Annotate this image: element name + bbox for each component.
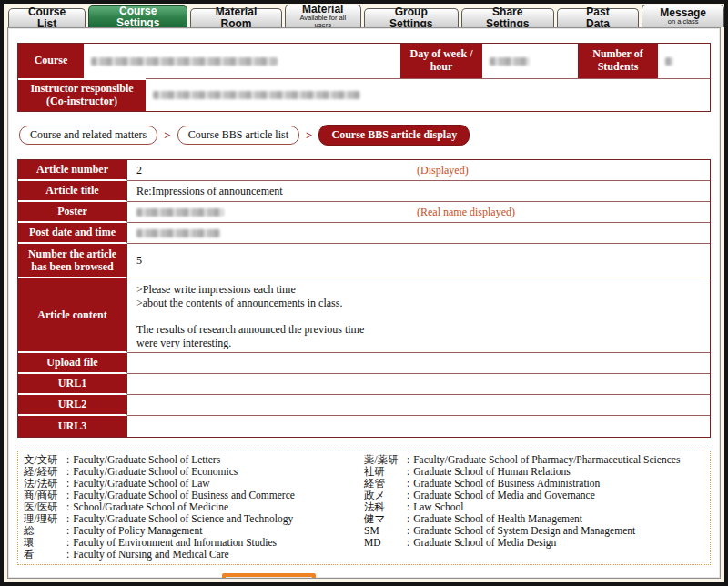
legend-colon: : xyxy=(407,478,410,490)
tab-sublabel: on a class xyxy=(668,18,699,25)
legend-right-column: 薬/薬研:Faculty/Graduate School of Pharmacy… xyxy=(364,454,704,561)
legend-item: 総:Faculty of Policy Management xyxy=(24,525,364,537)
upload-file-row: Upload file xyxy=(18,353,710,374)
legend-name: Faculty/Graduate School of Law xyxy=(73,478,209,490)
legend-item: 理/理研:Faculty/Graduate School of Science … xyxy=(24,513,364,525)
legend-name: Faculty of Environment and Information S… xyxy=(73,537,277,549)
legend-name: Graduate School of System Design and Man… xyxy=(413,525,635,537)
legend-item: 法/法研:Faculty/Graduate School of Law xyxy=(24,478,364,490)
post-date-row: Post date and time xyxy=(18,223,710,244)
legend-name: Faculty of Policy Management xyxy=(73,525,202,537)
legend-colon: : xyxy=(66,513,69,525)
breadcrumb-bbs-article-list[interactable]: Course BBS article list xyxy=(177,126,299,145)
breadcrumb-bbs-article-display: Course BBS article display xyxy=(318,125,470,146)
tab-label: Material Room xyxy=(201,6,271,29)
post-date-value xyxy=(127,223,710,244)
legend-name: Graduate School of Human Relations xyxy=(413,466,570,478)
legend-abbr: 理/理研 xyxy=(24,513,66,525)
legend-colon: : xyxy=(407,501,410,513)
url1-row: URL1 xyxy=(18,374,710,395)
legend-colon: : xyxy=(407,513,410,525)
article-title-row: Article title Re:Impressions of announce… xyxy=(18,181,710,202)
legend-name: Graduate School of Media Design xyxy=(413,537,556,549)
poster-label: Poster xyxy=(18,202,127,223)
article-content-label: Article content xyxy=(18,278,127,353)
post-date-label: Post date and time xyxy=(18,223,127,244)
unav-memo-highlight-box: ►Unav Memo xyxy=(222,573,315,579)
tab-label: Course List xyxy=(19,6,75,29)
instructor-value-cell xyxy=(146,78,710,111)
url2-row: URL2 xyxy=(18,395,710,416)
course-value-cell xyxy=(84,44,400,78)
legend-colon: : xyxy=(66,454,69,466)
legend-item: 政メ:Graduate School of Media and Governan… xyxy=(364,490,704,501)
legend-abbr: SM xyxy=(364,525,407,537)
poster-value: (Real name displayed) xyxy=(127,202,710,223)
browsed-count-label: Number the article has been browsed xyxy=(18,244,127,278)
breadcrumb-course-related-matters[interactable]: Course and related matters xyxy=(19,126,157,145)
legend-name: Faculty/Graduate School of Pharmacy/Phar… xyxy=(413,454,680,466)
legend-colon: : xyxy=(407,537,410,549)
legend-item: 看:Faculty of Nursing and Medical Care xyxy=(24,549,364,561)
day-of-week-value-cell xyxy=(482,44,578,78)
tab-course-settings[interactable]: Course Settings xyxy=(88,5,187,27)
tab-material-all-users[interactable]: Material Available for all users xyxy=(285,5,361,27)
legend-abbr: 環 xyxy=(24,537,66,549)
url3-value xyxy=(127,416,710,437)
day-of-week-label: Day of week / hour xyxy=(400,44,482,78)
url1-label: URL1 xyxy=(18,374,127,395)
upload-file-label: Upload file xyxy=(18,353,127,374)
legend-colon: : xyxy=(66,525,69,537)
tab-label: Share Settings xyxy=(472,6,543,29)
upload-file-value xyxy=(127,353,710,374)
legend-colon: : xyxy=(66,501,69,513)
instructor-label: Instructor responsible (Co-instructor) xyxy=(18,78,146,111)
legend-abbr: 看 xyxy=(24,549,66,561)
article-number-label: Article number xyxy=(18,160,127,181)
breadcrumb: Course and related matters > Course BBS … xyxy=(19,125,711,146)
course-label: Course xyxy=(18,44,84,78)
tab-material-room[interactable]: Material Room xyxy=(190,8,282,27)
tab-message[interactable]: Message on a class xyxy=(642,5,724,27)
instructor-value-redacted xyxy=(153,91,360,99)
article-title-value: Re:Impressions of announcement xyxy=(127,181,710,202)
legend-abbr: 法科 xyxy=(364,501,407,513)
legend-abbr: 健マ xyxy=(364,513,407,525)
legend-abbr: 医/医研 xyxy=(24,501,66,513)
legend-colon: : xyxy=(407,454,410,466)
legend-name: School/Graduate School of Medicine xyxy=(73,501,228,513)
legend-abbr: 商/商研 xyxy=(24,490,66,501)
url2-value xyxy=(127,395,710,416)
legend-colon: : xyxy=(407,490,410,501)
legend-abbr: 総 xyxy=(24,525,66,537)
poster-row: Poster (Real name displayed) xyxy=(18,202,710,223)
legend-abbr: 社研 xyxy=(364,466,407,478)
legend-abbr: 法/法研 xyxy=(24,478,66,490)
article-number-text: 2 xyxy=(136,164,142,177)
legend-name: Faculty/Graduate School of Business and … xyxy=(73,490,295,501)
tab-past-data[interactable]: Past Data xyxy=(557,8,640,27)
browsed-count-value: 5 xyxy=(127,244,710,278)
legend-item: 健マ:Graduate School of Health Management xyxy=(364,513,704,525)
course-header-row: Course Day of week / hour Number of Stud… xyxy=(18,44,710,78)
legend-abbr: 薬/薬研 xyxy=(364,454,407,466)
legend-item: 経/経研:Faculty/Graduate School of Economic… xyxy=(24,466,364,478)
breadcrumb-separator: > xyxy=(164,128,170,143)
real-name-note: (Real name displayed) xyxy=(417,206,515,219)
tab-label: Past Data xyxy=(575,6,622,29)
tab-label: Course Settings xyxy=(99,5,177,28)
legend-colon: : xyxy=(66,537,69,549)
article-title-label: Article title xyxy=(18,181,127,202)
article-table: Article number 2 (Displayed) Article tit… xyxy=(17,159,711,438)
course-value-redacted xyxy=(91,57,278,66)
tab-share-settings[interactable]: Share Settings xyxy=(461,8,554,27)
url2-label: URL2 xyxy=(18,395,127,416)
main-panel: Course Day of week / hour Number of Stud… xyxy=(7,27,721,579)
legend-item: 文/文研:Faculty/Graduate School of Letters xyxy=(24,454,364,466)
legend-colon: : xyxy=(66,549,69,561)
legend-abbr: 文/文研 xyxy=(24,454,66,466)
url3-row: URL3 xyxy=(18,416,710,437)
tab-group-settings[interactable]: Group Settings xyxy=(364,8,459,27)
tab-course-list[interactable]: Course List xyxy=(8,8,86,27)
tab-bar: Course List Course Settings Material Roo… xyxy=(4,4,724,27)
